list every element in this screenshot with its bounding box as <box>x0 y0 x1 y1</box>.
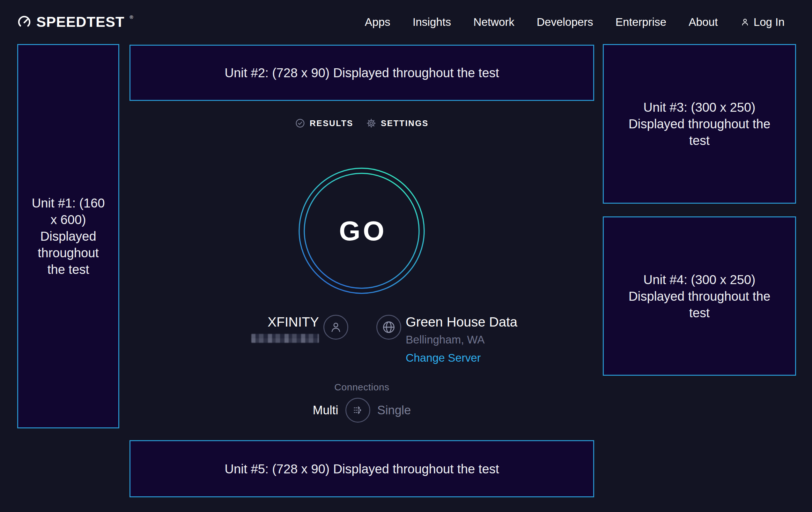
nav-item-apps[interactable]: Apps <box>365 16 390 28</box>
change-server-link[interactable]: Change Server <box>406 352 481 363</box>
ad-unit-4: Unit #4: (300 x 250) Displayed throughou… <box>603 216 796 376</box>
ip-address-redacted <box>251 334 319 343</box>
ad-unit-label: Unit #1: (160 x 600) Displayed throughou… <box>30 195 107 278</box>
connections-label: Connections <box>129 382 594 393</box>
top-nav: SPEEDTEST ® Apps Insights Network Develo… <box>0 0 812 44</box>
isp-name: XFINITY <box>217 315 319 329</box>
login-label: Log In <box>754 16 785 28</box>
ad-unit-label: Unit #4: (300 x 250) Displayed throughou… <box>625 271 774 321</box>
ad-unit-label: Unit #5: (728 x 90) Displayed throughout… <box>225 461 499 477</box>
test-tabs: RESULTS SETTINGS <box>129 117 594 129</box>
nav-links: Apps Insights Network Developers Enterpr… <box>365 16 785 28</box>
server-location: Bellingham, WA <box>406 334 517 345</box>
user-circle-icon <box>323 315 348 340</box>
nav-item-enterprise[interactable]: Enterprise <box>615 16 667 28</box>
nav-item-about[interactable]: About <box>689 16 718 28</box>
logo-wordmark: SPEEDTEST <box>36 14 125 30</box>
ad-unit-5: Unit #5: (728 x 90) Displayed throughout… <box>129 440 594 497</box>
nav-item-developers[interactable]: Developers <box>537 16 593 28</box>
tab-results-label: RESULTS <box>310 118 353 128</box>
speedtest-gauge-icon <box>17 15 31 29</box>
ad-unit-3: Unit #3: (300 x 250) Displayed throughou… <box>603 44 796 204</box>
tab-settings-label: SETTINGS <box>381 118 429 128</box>
ad-unit-label: Unit #2: (728 x 90) Displayed throughout… <box>225 64 499 81</box>
isp-info: XFINITY <box>217 315 319 344</box>
go-button[interactable]: GO <box>298 167 426 295</box>
tab-settings[interactable]: SETTINGS <box>366 118 429 128</box>
ad-unit-label: Unit #3: (300 x 250) Displayed throughou… <box>625 99 774 149</box>
tab-results[interactable]: RESULTS <box>295 118 353 128</box>
connection-mode-single[interactable]: Single <box>377 403 411 417</box>
server-name: Green House Data <box>406 315 517 329</box>
connection-toggle[interactable] <box>345 398 370 423</box>
gear-icon <box>366 118 376 128</box>
ad-unit-1: Unit #1: (160 x 600) Displayed throughou… <box>17 44 119 428</box>
nav-item-login[interactable]: Log In <box>740 16 785 28</box>
user-icon <box>740 17 750 27</box>
ad-unit-2: Unit #2: (728 x 90) Displayed throughout… <box>129 45 594 101</box>
nav-item-network[interactable]: Network <box>473 16 514 28</box>
trademark-symbol: ® <box>130 15 133 20</box>
server-info: Green House Data Bellingham, WA Change S… <box>406 315 517 363</box>
multi-connection-arrows-icon <box>351 403 365 417</box>
connections-toggle-row: Multi Single <box>129 397 594 424</box>
globe-circle-icon <box>376 315 401 340</box>
speedtest-logo[interactable]: SPEEDTEST ® <box>17 14 133 30</box>
check-circle-icon <box>295 118 305 128</box>
go-button-label: GO <box>298 167 426 295</box>
connection-mode-multi[interactable]: Multi <box>313 403 338 417</box>
nav-item-insights[interactable]: Insights <box>413 16 451 28</box>
